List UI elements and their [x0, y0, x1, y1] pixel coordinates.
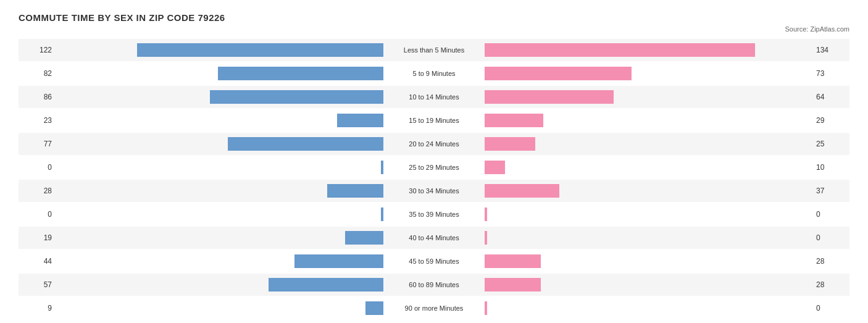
male-value: 57 [19, 280, 56, 289]
male-bar [294, 254, 383, 268]
chart-row: 7720 to 24 Minutes25 [19, 133, 849, 155]
male-value: 0 [19, 210, 56, 219]
chart-row: 035 to 39 Minutes0 [19, 203, 849, 225]
row-label: 25 to 29 Minutes [385, 164, 483, 171]
female-value: 64 [812, 93, 849, 101]
source-label: Source: ZipAtlas.com [19, 25, 849, 33]
row-label: 90 or more Minutes [385, 304, 483, 312]
female-bar [485, 231, 487, 245]
male-value: 122 [19, 46, 56, 54]
female-bar [485, 90, 614, 104]
male-bar [137, 43, 383, 57]
male-value: 9 [19, 304, 56, 313]
row-label: 35 to 39 Minutes [385, 211, 483, 218]
male-value: 0 [19, 163, 56, 172]
female-bar [485, 114, 543, 127]
chart-row: 5760 to 89 Minutes28 [19, 274, 849, 296]
female-bar [485, 208, 487, 221]
row-label: 5 to 9 Minutes [385, 70, 483, 77]
male-bar [381, 208, 383, 221]
male-value: 19 [19, 233, 56, 242]
female-value: 29 [812, 116, 849, 125]
row-label: 45 to 59 Minutes [385, 258, 483, 265]
chart-row: 025 to 29 Minutes10 [19, 156, 849, 178]
chart-row: 990 or more Minutes0 [19, 297, 849, 319]
male-bar [210, 90, 383, 104]
chart-row: 1940 to 44 Minutes0 [19, 227, 849, 249]
row-label: 30 to 34 Minutes [385, 187, 483, 195]
female-value: 28 [812, 280, 849, 289]
row-label: 15 to 19 Minutes [385, 117, 483, 124]
male-value: 28 [19, 187, 56, 195]
row-label: 60 to 89 Minutes [385, 281, 483, 288]
chart-row: 2315 to 19 Minutes29 [19, 109, 849, 132]
female-value: 134 [812, 46, 849, 54]
chart-row: 2830 to 34 Minutes37 [19, 180, 849, 202]
male-bar [228, 137, 383, 151]
male-bar [327, 184, 383, 198]
row-label: Less than 5 Minutes [385, 46, 483, 54]
chart-area: 122Less than 5 Minutes134825 to 9 Minute… [19, 39, 849, 323]
female-bar [485, 161, 505, 174]
chart-row: 122Less than 5 Minutes134 [19, 39, 849, 61]
female-bar [485, 184, 559, 198]
row-label: 20 to 24 Minutes [385, 140, 483, 148]
female-value: 37 [812, 187, 849, 195]
female-bar [485, 278, 541, 292]
row-label: 10 to 14 Minutes [385, 93, 483, 101]
male-bar [218, 67, 383, 80]
male-bar [365, 301, 383, 315]
male-value: 86 [19, 93, 56, 101]
female-value: 25 [812, 140, 849, 148]
female-value: 73 [812, 69, 849, 78]
male-value: 82 [19, 69, 56, 78]
female-bar [485, 43, 755, 57]
female-bar [485, 67, 632, 80]
male-bar [381, 161, 383, 174]
female-value: 10 [812, 163, 849, 172]
female-bar [485, 254, 541, 268]
chart-row: 8610 to 14 Minutes64 [19, 86, 849, 108]
male-value: 44 [19, 257, 56, 266]
male-bar [345, 231, 383, 245]
chart-title: COMMUTE TIME BY SEX IN ZIP CODE 79226 [19, 12, 849, 23]
female-value: 0 [812, 233, 849, 242]
male-value: 23 [19, 116, 56, 125]
female-bar [485, 301, 487, 315]
female-value: 0 [812, 210, 849, 219]
row-label: 40 to 44 Minutes [385, 234, 483, 241]
male-bar [269, 278, 383, 292]
chart-row: 4445 to 59 Minutes28 [19, 250, 849, 272]
female-bar [485, 137, 535, 151]
female-value: 0 [812, 304, 849, 313]
chart-container: COMMUTE TIME BY SEX IN ZIP CODE 79226 So… [19, 12, 849, 323]
male-bar [337, 114, 383, 127]
male-value: 77 [19, 140, 56, 148]
chart-row: 825 to 9 Minutes73 [19, 62, 849, 85]
female-value: 28 [812, 257, 849, 266]
